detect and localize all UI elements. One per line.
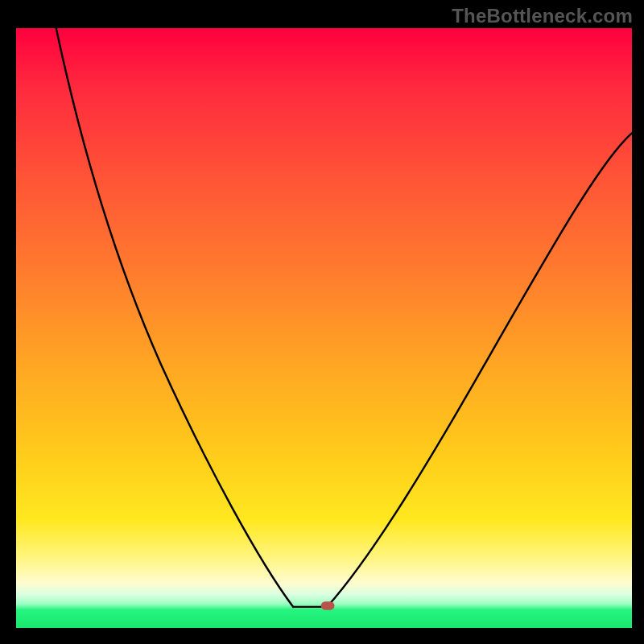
bottleneck-curve [16,28,632,628]
chart-frame: TheBottleneck.com [0,0,644,644]
watermark-text: TheBottleneck.com [452,5,633,27]
optimum-marker [321,601,335,609]
plot-area [16,28,632,628]
